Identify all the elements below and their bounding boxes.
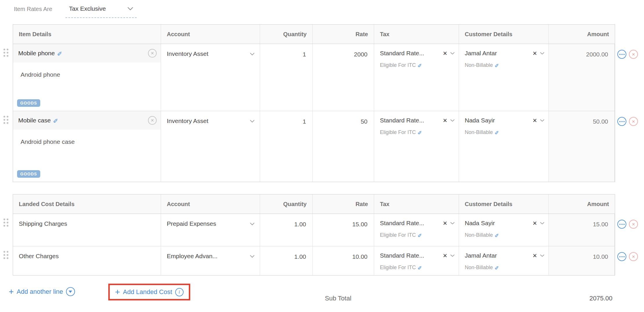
itc-eligibility[interactable]: Eligible For ITC ✎	[374, 124, 459, 135]
totals-footer: + Add another line + Add Landed Cost i S…	[0, 283, 644, 312]
landed-cost-name-field[interactable]: Other Charges	[13, 246, 161, 275]
quantity-field[interactable]: 1	[260, 44, 313, 111]
subtotal-label: Sub Total	[325, 295, 351, 302]
tax-mode-dropdown[interactable]: Tax Exclusive	[65, 5, 137, 18]
customer-value: Jamal Antar	[465, 50, 497, 57]
customer-value: Nada Sayir	[465, 117, 495, 124]
customer-select[interactable]: Jamal Antar ✕	[459, 44, 548, 57]
row-drag-handle[interactable]	[3, 116, 8, 124]
rate-field[interactable]: 15.00	[313, 214, 374, 246]
edit-itc-icon[interactable]: ✎	[418, 62, 422, 68]
item-description[interactable]: Android phone case	[13, 130, 161, 145]
quantity-field[interactable]: 1.00	[260, 214, 313, 246]
item-rates-bar: Item Rates Are Tax Exclusive	[0, 0, 644, 24]
account-value: Employee Advan...	[167, 253, 217, 260]
rate-field[interactable]: 2000	[313, 44, 374, 111]
delete-row-icon[interactable]: ✕	[629, 50, 638, 59]
edit-billable-icon[interactable]: ✎	[495, 129, 499, 135]
item-description[interactable]: Android phone	[13, 63, 161, 78]
clear-customer-icon[interactable]: ✕	[533, 252, 537, 259]
clear-customer-icon[interactable]: ✕	[533, 117, 537, 124]
chevron-down-icon	[450, 119, 455, 122]
edit-billable-icon[interactable]: ✎	[495, 232, 499, 238]
more-options-icon[interactable]	[617, 50, 626, 59]
info-icon[interactable]: i	[175, 288, 184, 296]
header-rate: Rate	[313, 194, 374, 214]
header-account: Account	[161, 194, 260, 214]
customer-select[interactable]: Nada Sayir ✕	[459, 111, 548, 124]
billable-note: Non-Billable	[465, 62, 493, 68]
caret-down-circle-icon[interactable]	[66, 287, 75, 296]
delete-row-icon[interactable]: ✕	[629, 220, 638, 229]
account-value: Prepaid Expenses	[167, 220, 216, 227]
rate-field[interactable]: 50	[313, 111, 374, 182]
account-select[interactable]: Prepaid Expenses	[161, 214, 260, 246]
header-quantity: Quantity	[260, 25, 313, 44]
itc-eligibility[interactable]: Eligible For ITC ✎	[374, 227, 459, 238]
rate-field[interactable]: 10.00	[313, 246, 374, 275]
clear-tax-icon[interactable]: ✕	[443, 220, 447, 227]
plus-icon: +	[115, 288, 120, 296]
billable-status[interactable]: Non-Billable ✎	[459, 124, 548, 135]
header-tax: Tax	[374, 25, 459, 44]
row-drag-handle[interactable]	[3, 251, 8, 259]
delete-row-icon[interactable]: ✕	[629, 252, 638, 261]
item-name-field[interactable]: Mobile case ✎ ✕	[13, 111, 161, 130]
edit-item-icon[interactable]: ✎	[53, 117, 58, 124]
itc-eligibility[interactable]: Eligible For ITC ✎	[374, 57, 459, 68]
plus-icon: +	[9, 287, 14, 296]
customer-select[interactable]: Nada Sayir ✕	[459, 214, 548, 227]
edit-billable-icon[interactable]: ✎	[495, 264, 499, 271]
add-another-line-button[interactable]: + Add another line	[9, 287, 75, 296]
customer-cell: Nada Sayir ✕ Non-Billable ✎	[459, 214, 549, 246]
chevron-down-icon	[540, 254, 544, 257]
edit-item-icon[interactable]: ✎	[57, 50, 62, 57]
row-actions: ✕	[617, 117, 638, 126]
landed-cost-row: Shipping Charges Prepaid Expenses 1.00 1…	[13, 214, 615, 246]
tax-select[interactable]: Standard Rate... ✕	[374, 246, 459, 259]
delete-row-icon[interactable]: ✕	[629, 117, 638, 126]
row-drag-handle[interactable]	[3, 49, 8, 57]
more-options-icon[interactable]	[617, 117, 626, 126]
edit-billable-icon[interactable]: ✎	[495, 62, 499, 68]
account-select[interactable]: Inventory Asset	[161, 44, 260, 111]
item-name: Mobile phone	[18, 50, 55, 57]
header-amount: Amount	[549, 25, 615, 44]
billable-note: Non-Billable	[465, 232, 493, 238]
quantity-field[interactable]: 1	[260, 111, 313, 182]
account-select[interactable]: Inventory Asset	[161, 111, 260, 182]
billable-note: Non-Billable	[465, 265, 493, 271]
edit-itc-icon[interactable]: ✎	[418, 232, 422, 238]
clear-customer-icon[interactable]: ✕	[533, 50, 537, 57]
item-name-field[interactable]: Mobile phone ✎ ✕	[13, 44, 161, 63]
clear-tax-icon[interactable]: ✕	[443, 117, 447, 124]
itc-note: Eligible For ITC	[380, 265, 416, 271]
more-options-icon[interactable]	[617, 220, 626, 229]
add-landed-cost-button[interactable]: + Add Landed Cost i	[115, 288, 184, 296]
chevron-down-icon	[250, 120, 255, 123]
clear-item-icon[interactable]: ✕	[148, 116, 157, 125]
tax-cell: Standard Rate... ✕ Eligible For ITC ✎	[374, 44, 459, 111]
row-drag-handle[interactable]	[3, 219, 8, 227]
clear-tax-icon[interactable]: ✕	[443, 252, 447, 259]
clear-customer-icon[interactable]: ✕	[533, 220, 537, 227]
billable-status[interactable]: Non-Billable ✎	[459, 227, 548, 238]
billable-status[interactable]: Non-Billable ✎	[459, 57, 548, 68]
quantity-field[interactable]: 1.00	[260, 246, 313, 275]
chevron-down-icon	[250, 53, 255, 56]
clear-tax-icon[interactable]: ✕	[443, 50, 447, 57]
tax-mode-value: Tax Exclusive	[69, 5, 106, 12]
customer-select[interactable]: Jamal Antar ✕	[459, 246, 548, 259]
tax-select[interactable]: Standard Rate... ✕	[374, 44, 459, 57]
clear-item-icon[interactable]: ✕	[148, 49, 157, 58]
edit-itc-icon[interactable]: ✎	[418, 129, 422, 135]
customer-cell: Nada Sayir ✕ Non-Billable ✎	[459, 111, 549, 182]
more-options-icon[interactable]	[617, 252, 626, 261]
edit-itc-icon[interactable]: ✎	[418, 264, 422, 271]
account-select[interactable]: Employee Advan...	[161, 246, 260, 275]
itc-eligibility[interactable]: Eligible For ITC ✎	[374, 259, 459, 271]
billable-status[interactable]: Non-Billable ✎	[459, 259, 548, 271]
tax-select[interactable]: Standard Rate... ✕	[374, 111, 459, 124]
tax-select[interactable]: Standard Rate... ✕	[374, 214, 459, 227]
landed-cost-name-field[interactable]: Shipping Charges	[13, 214, 161, 246]
